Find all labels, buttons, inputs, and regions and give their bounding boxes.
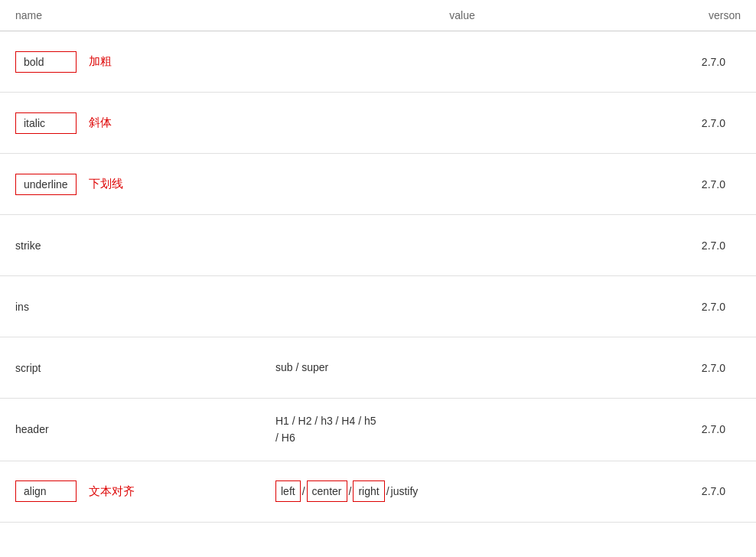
value-left: left — [275, 480, 301, 502]
cell-name-script: script — [15, 362, 275, 374]
main-table: name value verson bold 加粗 2.7.0 italic 斜… — [0, 0, 756, 557]
slash-2: / — [349, 483, 352, 500]
cell-version-align: 2.7.0 — [649, 485, 741, 497]
cell-version-header: 2.7.0 — [649, 423, 741, 435]
cell-version-script: 2.7.0 — [649, 362, 741, 374]
table-row: italic 斜体 2.7.0 — [0, 93, 756, 154]
name-tag-italic: italic — [15, 112, 77, 134]
table-row: ins 2.7.0 — [0, 276, 756, 337]
cell-name-underline: underline 下划线 — [15, 174, 275, 195]
value-inline-align: left / center / right / justify — [275, 480, 649, 502]
cell-value-header: H1 / H2 / h3 / H4 / h5/ H6 — [275, 412, 649, 447]
cell-name-header: header — [15, 423, 275, 435]
name-tag-align: align — [15, 480, 77, 502]
table-header: name value verson — [0, 0, 756, 31]
cell-version-bold: 2.7.0 — [649, 56, 741, 68]
cell-name-italic: italic 斜体 — [15, 112, 275, 134]
table-row: header H1 / H2 / h3 / H4 / h5/ H6 2.7.0 — [0, 399, 756, 461]
slash-3: / — [386, 483, 389, 500]
name-tag-underline: underline — [15, 174, 77, 195]
value-justify: justify — [391, 483, 419, 500]
cell-name-ins: ins — [15, 301, 275, 313]
cell-name-bold: bold 加粗 — [15, 51, 275, 73]
slash-1: / — [302, 483, 305, 500]
name-tag-ins: ins — [15, 301, 29, 313]
chinese-label-align: 文本对齐 — [89, 484, 135, 499]
name-tag-header: header — [15, 423, 49, 435]
cell-version-strike: 2.7.0 — [649, 239, 741, 252]
table-row: underline 下划线 2.7.0 — [0, 154, 756, 215]
header-version: verson — [649, 9, 741, 21]
chinese-label-italic: 斜体 — [89, 116, 112, 130]
name-tag-script: script — [15, 362, 41, 374]
cell-name-align: align 文本对齐 — [15, 480, 275, 502]
table-row: strike 2.7.0 — [0, 215, 756, 276]
cell-value-script: sub / super — [275, 359, 649, 376]
cell-version-ins: 2.7.0 — [649, 301, 741, 313]
value-right: right — [353, 480, 384, 502]
cell-name-strike: strike — [15, 239, 275, 252]
chinese-label-bold: 加粗 — [89, 54, 112, 69]
name-tag-strike: strike — [15, 239, 41, 252]
cell-value-align: left / center / right / justify — [275, 480, 649, 502]
header-value: value — [275, 9, 649, 21]
cell-version-underline: 2.7.0 — [649, 178, 741, 191]
value-center: center — [307, 480, 347, 502]
table-row: script sub / super 2.7.0 — [0, 337, 756, 399]
cell-version-italic: 2.7.0 — [649, 117, 741, 129]
chinese-label-underline: 下划线 — [89, 177, 123, 191]
table-row: bold 加粗 2.7.0 — [0, 31, 756, 93]
header-name: name — [15, 9, 275, 21]
name-tag-bold: bold — [15, 51, 77, 73]
table-row: align 文本对齐 left / center / right / justi… — [0, 461, 756, 523]
